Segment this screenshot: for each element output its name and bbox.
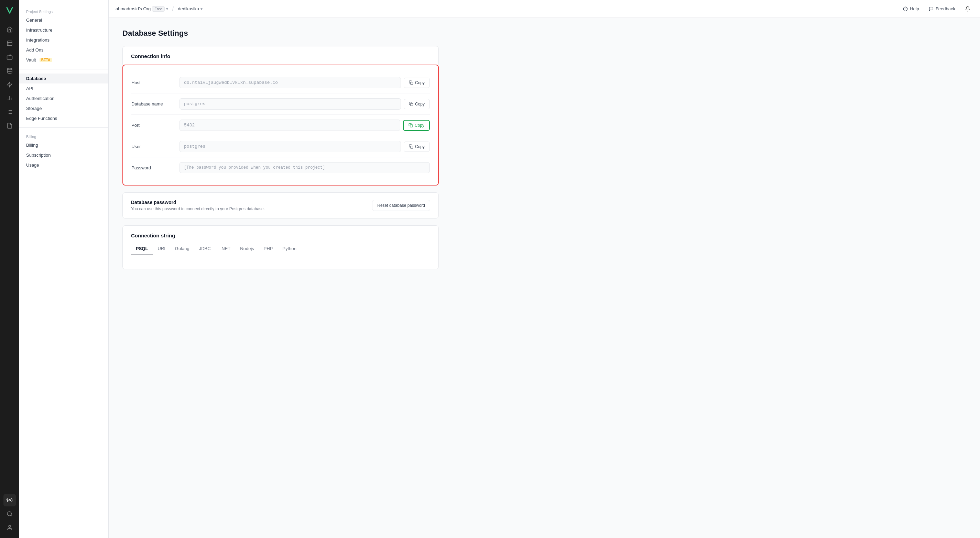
sidebar-item-authentication-label: Authentication <box>26 96 54 101</box>
icon-sidebar <box>0 0 19 538</box>
topbar-project[interactable]: dedikasiku ▾ <box>178 6 202 11</box>
copy-port-button[interactable]: Copy <box>403 120 430 131</box>
sidebar-item-usage-label: Usage <box>26 162 39 168</box>
connection-string-title: Connection string <box>123 226 438 238</box>
copy-database-name-icon <box>409 102 413 106</box>
svg-rect-3 <box>7 56 13 59</box>
help-icon <box>903 6 908 11</box>
sidebar-item-general-label: General <box>26 17 42 23</box>
help-label: Help <box>910 6 919 11</box>
sidebar-item-edge-functions-label: Edge Functions <box>26 116 57 121</box>
database-name-input[interactable] <box>180 98 401 110</box>
connection-string-tabs: PSQL URI Golang JDBC .NET Nodejs <box>123 243 438 255</box>
tab-uri[interactable]: URI <box>153 243 170 255</box>
nav-storage[interactable] <box>3 65 16 77</box>
topbar-actions: Help Feedback <box>900 3 973 14</box>
sidebar-item-storage-label: Storage <box>26 106 42 111</box>
content-area: Database Settings Connection info Host C… <box>109 18 452 287</box>
svg-rect-22 <box>410 103 413 106</box>
org-badge: Free <box>152 6 165 12</box>
nav-functions[interactable] <box>3 78 16 91</box>
host-label: Host <box>131 80 180 85</box>
svg-rect-23 <box>410 125 413 127</box>
copy-user-button[interactable]: Copy <box>404 141 430 152</box>
tab-psql[interactable]: PSQL <box>131 243 153 255</box>
nav-settings[interactable] <box>3 494 16 506</box>
sidebar-item-database[interactable]: Database <box>19 73 108 84</box>
copy-user-icon <box>409 144 413 149</box>
org-name: ahmadrosid's Org <box>116 6 151 11</box>
sidebar-item-addons-label: Add Ons <box>26 48 44 52</box>
sidebar-item-addons[interactable]: Add Ons <box>19 45 108 55</box>
nav-logs[interactable] <box>3 106 16 118</box>
feedback-button[interactable]: Feedback <box>926 5 958 13</box>
port-label: Port <box>131 123 180 128</box>
field-row-port: Port Copy <box>131 115 430 136</box>
host-input[interactable] <box>180 77 401 88</box>
sidebar-item-general[interactable]: General <box>19 15 108 25</box>
user-input[interactable] <box>180 141 401 152</box>
sidebar-item-subscription-label: Subscription <box>26 152 51 158</box>
feedback-label: Feedback <box>935 6 955 11</box>
sidebar-item-infrastructure-label: Infrastructure <box>26 27 52 33</box>
nav-reports[interactable] <box>3 92 16 105</box>
reset-password-button[interactable]: Reset database password <box>372 200 430 211</box>
sidebar-item-storage[interactable]: Storage <box>19 103 108 113</box>
database-password-info: Database password You can use this passw… <box>131 200 265 211</box>
billing-title: Billing <box>19 132 108 140</box>
help-button[interactable]: Help <box>900 5 922 13</box>
database-name-label: Database name <box>131 102 180 106</box>
nav-api-docs[interactable] <box>3 119 16 132</box>
sidebar-item-api[interactable]: API <box>19 84 108 94</box>
password-input-wrap <box>180 162 430 173</box>
sidebar-item-billing-label: Billing <box>26 143 38 148</box>
sidebar-item-vault[interactable]: Vault BETA <box>19 55 108 65</box>
topbar-org[interactable]: ahmadrosid's Org Free ▾ <box>116 6 168 12</box>
copy-host-button[interactable]: Copy <box>404 78 430 88</box>
sidebar-item-edge-functions[interactable]: Edge Functions <box>19 113 108 123</box>
svg-point-4 <box>7 68 12 70</box>
tab-python[interactable]: Python <box>278 243 301 255</box>
nav-account[interactable] <box>3 522 16 534</box>
nav-auth[interactable] <box>3 51 16 63</box>
copy-user-label: Copy <box>415 144 425 149</box>
tab-nodejs[interactable]: Nodejs <box>235 243 259 255</box>
sidebar-item-subscription[interactable]: Subscription <box>19 150 108 160</box>
org-chevron-icon: ▾ <box>166 6 168 11</box>
tab-golang[interactable]: Golang <box>170 243 194 255</box>
sidebar-item-billing[interactable]: Billing <box>19 140 108 150</box>
database-password-title: Database password <box>131 200 265 205</box>
nav-editor[interactable] <box>3 37 16 49</box>
copy-database-name-button[interactable]: Copy <box>404 99 430 109</box>
connection-info-card: Host Copy Database name <box>123 65 439 186</box>
port-input[interactable] <box>180 119 400 131</box>
svg-rect-24 <box>410 146 413 148</box>
copy-host-label: Copy <box>415 80 425 85</box>
bell-icon <box>965 6 970 12</box>
connection-string-card: Connection string PSQL URI Golang JDBC .… <box>123 225 439 269</box>
copy-database-name-label: Copy <box>415 102 425 106</box>
notification-button[interactable] <box>962 3 973 14</box>
sidebar-item-integrations-label: Integrations <box>26 37 49 43</box>
password-input[interactable] <box>180 162 430 173</box>
feedback-icon <box>929 6 934 11</box>
port-input-wrap: Copy <box>180 119 430 131</box>
vault-beta-badge: BETA <box>40 58 52 62</box>
sidebar-item-usage[interactable]: Usage <box>19 160 108 170</box>
sidebar-item-database-label: Database <box>26 76 46 81</box>
nav-search[interactable] <box>3 508 16 520</box>
sidebar-item-authentication[interactable]: Authentication <box>19 94 108 103</box>
password-label: Password <box>131 165 180 170</box>
breadcrumb-sep: / <box>172 6 173 12</box>
tab-jdbc[interactable]: JDBC <box>194 243 216 255</box>
sidebar-item-integrations[interactable]: Integrations <box>19 35 108 45</box>
host-input-wrap: Copy <box>180 77 430 88</box>
nav-home[interactable] <box>3 23 16 36</box>
reset-password-label: Reset database password <box>377 203 425 208</box>
sidebar-item-infrastructure[interactable]: Infrastructure <box>19 25 108 35</box>
tab-php[interactable]: PHP <box>259 243 278 255</box>
tab-dotnet[interactable]: .NET <box>216 243 235 255</box>
svg-point-16 <box>7 511 11 516</box>
copy-host-icon <box>409 80 413 85</box>
app-logo[interactable] <box>3 4 16 16</box>
